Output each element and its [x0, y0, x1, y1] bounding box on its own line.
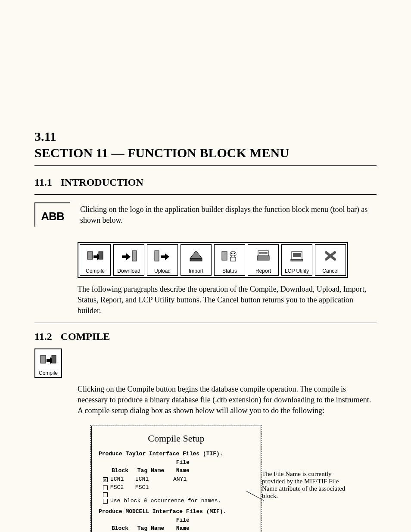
column-header-file: File Name — [176, 516, 202, 532]
button-label: Import — [189, 268, 203, 274]
button-label: Status — [222, 268, 237, 274]
paragraph: Clicking on the Compile button begins th… — [78, 384, 372, 417]
divider — [34, 194, 377, 195]
svg-rect-1 — [99, 252, 103, 259]
button-label: Cancel — [322, 268, 338, 274]
cell-block: MSC2 — [110, 483, 133, 492]
mif-section-header: Produce MODCELL Interface Files (MIF). — [99, 507, 254, 516]
button-label: Download — [117, 268, 140, 274]
column-header-block: Block — [112, 524, 134, 532]
status-icon — [221, 245, 238, 267]
compile-button[interactable]: Compile — [34, 348, 62, 378]
button-label: Compile — [86, 268, 105, 274]
paragraph: The following paragraphs describe the op… — [78, 284, 372, 317]
button-label: Upload — [154, 268, 171, 274]
button-label: Report — [255, 268, 271, 274]
compile-setup-dialog: Compile Setup Produce Taylor Interface F… — [90, 425, 262, 532]
svg-rect-0 — [87, 252, 93, 259]
upload-icon — [154, 245, 171, 267]
svg-rect-9 — [230, 257, 236, 261]
svg-rect-16 — [291, 259, 303, 261]
checkbox[interactable] — [103, 492, 108, 497]
svg-rect-4 — [190, 258, 202, 261]
cell-tag: MSC1 — [135, 483, 171, 492]
svg-rect-3 — [155, 251, 159, 261]
compile-button[interactable]: Compile — [80, 244, 111, 276]
divider — [34, 165, 377, 166]
svg-rect-18 — [52, 355, 56, 363]
subsection1-number: 11.1 — [34, 177, 52, 188]
section-number: 3.11 — [34, 129, 377, 144]
svg-rect-5 — [222, 252, 227, 260]
column-header-block: Block — [112, 467, 134, 475]
tif-row — [103, 492, 254, 497]
download-button[interactable]: Download — [113, 244, 144, 276]
cell-tag: ICN1 — [135, 475, 171, 484]
report-icon — [255, 245, 272, 267]
tif-section-header: Produce Taylor Interface Files (TIF). — [99, 450, 254, 458]
cell-block: ICN1 — [110, 475, 133, 484]
svg-point-7 — [231, 253, 233, 254]
checkbox[interactable] — [103, 477, 108, 482]
subsection1-title: INTRODUCTION — [61, 177, 143, 188]
upload-button[interactable]: Upload — [147, 244, 178, 276]
cancel-icon — [322, 245, 339, 267]
svg-point-8 — [234, 253, 235, 254]
abb-logo[interactable]: ABB — [34, 202, 70, 227]
cancel-button[interactable]: Cancel — [315, 244, 346, 276]
column-header-file: File Name — [176, 458, 202, 475]
subsection2-number: 11.2 — [34, 331, 52, 342]
svg-rect-11 — [257, 256, 269, 260]
import-icon — [187, 245, 205, 267]
svg-rect-17 — [40, 355, 46, 363]
status-button[interactable]: Status — [214, 244, 245, 276]
subsection2-title: COMPILE — [61, 331, 110, 342]
checkbox[interactable] — [103, 499, 108, 504]
lcp-utility-button[interactable]: LCP Utility — [281, 244, 312, 276]
compile-icon — [40, 349, 57, 370]
svg-rect-2 — [132, 251, 137, 261]
compile-icon — [87, 245, 104, 267]
dialog-title: Compile Setup — [99, 431, 254, 445]
callout-annotation: The File Name is currently provided by t… — [262, 470, 348, 500]
column-header-tag: Tag Name — [137, 524, 173, 532]
checkbox[interactable] — [103, 485, 108, 490]
column-header-tag: Tag Name — [137, 467, 173, 475]
tif-row: MSC2 MSC1 — [103, 483, 254, 492]
button-label: Compile — [39, 370, 58, 376]
paragraph: Clicking on the logo in the application … — [80, 202, 377, 226]
checkbox-label: Use block & occurrence for names. — [110, 497, 221, 505]
tif-use-block-row: Use block & occurrence for names. — [103, 497, 254, 505]
download-icon — [120, 245, 137, 267]
divider — [34, 323, 377, 323]
report-button[interactable]: Report — [248, 244, 279, 276]
section-title: SECTION 11 — FUNCTION BLOCK MENU — [34, 146, 377, 160]
tif-row: ICN1 ICN1 ANY1 — [103, 475, 254, 484]
abb-logo-text: ABB — [41, 210, 64, 223]
function-block-toolbar: Compile Download Upload Import Status — [78, 242, 348, 278]
svg-rect-15 — [293, 253, 301, 257]
lcp-utility-icon — [288, 245, 305, 267]
import-button[interactable]: Import — [181, 244, 212, 276]
button-label: LCP Utility — [285, 268, 309, 274]
svg-rect-10 — [258, 251, 268, 256]
cell-file: ANY1 — [173, 475, 199, 484]
